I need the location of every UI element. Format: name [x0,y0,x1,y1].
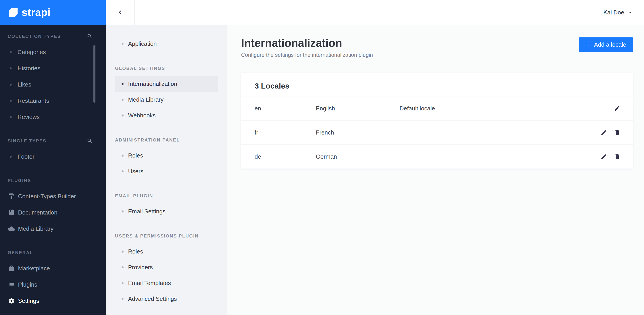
subnav-section-global-settings: GLOBAL SETTINGS [106,66,227,71]
sidebar-item-label: Settings [18,297,39,304]
locales-card: 3 Locales en English Default locale [241,73,633,169]
sidebar-item-label: Media Library [18,225,54,232]
single-types-title: SINGLE TYPES [8,138,46,144]
sidebar-item-settings[interactable]: Settings [0,293,106,309]
book-icon [8,209,15,216]
pencil-icon [600,129,607,136]
sidebar-item-label: Histories [18,65,40,72]
subnav-item-internationalization[interactable]: Internationalization [115,76,218,92]
sidebar-item-documentation[interactable]: Documentation [0,204,106,221]
page-title: Internationalization [241,37,373,50]
bullet-icon [10,51,12,53]
subnav-item-label: Users [128,168,144,175]
sidebar-item-content-types-builder[interactable]: Content-Types Builder [0,188,106,204]
subnav-item-label: Internationalization [128,81,177,87]
subnav-item-media-library[interactable]: Media Library [115,92,218,108]
subnav-item-application[interactable]: Application [115,36,218,52]
subnav-item-advanced-settings[interactable]: Advanced Settings [115,291,218,307]
strapi-admin-app: strapi COLLECTION TYPES Categories [0,0,644,315]
right-region: Kai Doe Application GLOBAL SETTINGS Inte [106,0,644,315]
general-header: GENERAL [0,250,106,255]
sidebar-item-label: Restaurants [18,97,49,104]
sidebar-item-histories[interactable]: Histories [0,60,106,76]
trash-icon [614,129,620,136]
trash-icon [614,153,620,160]
sidebar-item-plugins[interactable]: Plugins [0,276,106,293]
subnav-item-admin-users[interactable]: Users [115,163,218,179]
page-header: Internationalization Configure the setti… [241,37,633,58]
search-icon[interactable] [87,33,93,39]
general-title: GENERAL [8,250,33,255]
main-sidebar: strapi COLLECTION TYPES Categories [0,0,106,315]
bullet-icon [122,266,124,268]
bullet-icon [122,298,124,300]
sidebar-item-restaurants[interactable]: Restaurants [0,93,106,109]
sidebar-item-likes[interactable]: Likes [0,76,106,93]
edit-locale-button[interactable] [600,129,607,136]
sidebar-section-single-types: SINGLE TYPES Footer [0,138,106,165]
locale-name: German [316,153,400,160]
sidebar-section-plugins: PLUGINS Content-Types Builder Documentat… [0,178,106,237]
bullet-icon [122,170,124,172]
subnav-section-title: EMAIL PLUGIN [115,193,153,198]
bullet-icon [122,282,124,284]
subnav-section-email-plugin: EMAIL PLUGIN [106,193,227,198]
sidebar-item-label: Footer [18,153,34,160]
subnav-item-label: Email Settings [128,208,166,215]
bullet-icon [122,114,124,117]
subnav-item-email-templates[interactable]: Email Templates [115,275,218,291]
user-name: Kai Doe [604,9,624,16]
subnav-item-label: Roles [128,152,143,159]
single-types-header: SINGLE TYPES [0,138,106,144]
edit-locale-button[interactable] [600,153,607,160]
add-locale-button[interactable]: + Add a locale [579,37,633,52]
delete-locale-button[interactable] [614,153,620,160]
sidebar-item-media-library[interactable]: Media Library [0,221,106,237]
subnav-item-admin-roles[interactable]: Roles [115,148,218,163]
search-icon[interactable] [87,138,93,144]
bullet-icon [10,100,12,102]
locale-row-fr: fr French [241,120,633,144]
subnav-section-administration-panel: ADMINISTRATION PANEL [106,137,227,143]
back-button[interactable] [106,0,134,25]
paint-roller-icon [8,193,15,200]
sidebar-item-marketplace[interactable]: Marketplace [0,260,106,276]
sidebar-item-categories[interactable]: Categories [0,44,106,60]
bullet-icon [10,84,12,86]
plugins-title: PLUGINS [8,178,31,183]
subnav-item-label: Email Templates [128,280,171,287]
user-menu[interactable]: Kai Doe [604,9,644,16]
sidebar-scrollbar[interactable] [94,45,96,103]
subnav-item-label: Providers [128,264,153,271]
subnav-item-label: Webhooks [128,112,156,119]
page-subtitle: Configure the settings for the internati… [241,52,373,58]
bullet-icon [122,83,124,85]
bullet-icon [122,250,124,253]
sidebar-item-reviews[interactable]: Reviews [0,109,106,125]
delete-locale-button[interactable] [614,129,620,136]
subnav-item-email-settings[interactable]: Email Settings [115,203,218,219]
sidebar-item-label: Plugins [18,281,37,288]
subnav-item-webhooks[interactable]: Webhooks [115,108,218,123]
bullet-icon [10,67,12,69]
subnav-item-label: Roles [128,248,143,255]
collection-types-header: COLLECTION TYPES [0,34,106,39]
subnav-section-title: USERS & PERMISSIONS PLUGIN [115,233,199,239]
subnav-section-title: GLOBAL SETTINGS [115,66,165,71]
strapi-logo-text: strapi [22,6,50,19]
locale-code: fr [254,129,316,136]
strapi-logo[interactable]: strapi [0,0,106,25]
sidebar-item-footer[interactable]: Footer [0,148,106,165]
page-titles: Internationalization Configure the setti… [241,37,373,58]
edit-locale-button[interactable] [614,105,620,112]
row-actions [600,153,620,160]
sidebar-section-general: GENERAL Marketplace Plugins [0,250,106,309]
main-content: Internationalization Configure the setti… [227,25,644,315]
locale-note: Default locale [400,105,614,112]
subnav-item-providers[interactable]: Providers [115,259,218,275]
strapi-logo-icon [9,8,18,17]
subnav-item-up-roles[interactable]: Roles [115,244,218,259]
sidebar-section-collection-types: COLLECTION TYPES Categories Histories [0,34,106,125]
bullet-icon [10,156,12,158]
plugins-header: PLUGINS [0,178,106,183]
